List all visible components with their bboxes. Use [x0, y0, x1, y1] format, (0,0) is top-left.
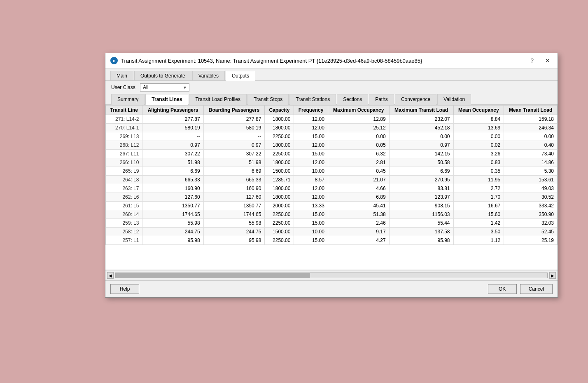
- scroll-left-button[interactable]: ◀: [107, 272, 114, 279]
- table-cell: 2250.00: [265, 132, 294, 141]
- title-close-button[interactable]: ✕: [543, 56, 553, 65]
- table-cell: 261: L5: [106, 202, 142, 210]
- table-cell: 265: L9: [106, 167, 142, 176]
- table-cell: 12.00: [294, 124, 328, 132]
- footer-left: Help: [110, 284, 139, 294]
- table-cell: 12.00: [294, 158, 328, 167]
- table-cell: 73.40: [504, 150, 558, 158]
- table-cell: 1.70: [453, 193, 504, 202]
- table-cell: 1156.03: [389, 210, 453, 219]
- table-cell: 160.90: [203, 184, 265, 193]
- dialog-title: Transit Assignment Experiment: 10543, Na…: [121, 58, 422, 64]
- table-cell: 1800.00: [265, 124, 294, 132]
- table-cell: 127.60: [203, 193, 265, 202]
- table-cell: 49.03: [504, 184, 558, 193]
- sub-tab-transit-load-profiles[interactable]: Transit Load Profiles: [189, 94, 247, 105]
- table-cell: 2250.00: [265, 236, 294, 245]
- table-cell: 13.33: [294, 202, 328, 210]
- column-header: Transit Line: [106, 106, 142, 115]
- table-cell: 32.03: [504, 219, 558, 228]
- table-cell: 257: L1: [106, 236, 142, 245]
- table-cell: 270: L14-1: [106, 124, 142, 132]
- table-cell: 95.98: [203, 236, 265, 245]
- column-header: Capacity: [265, 106, 294, 115]
- table-cell: 50.58: [389, 158, 453, 167]
- table-cell: 266: L10: [106, 158, 142, 167]
- table-cell: 0.02: [453, 141, 504, 150]
- table-cell: 25.19: [504, 236, 558, 245]
- table-cell: 55.98: [142, 219, 203, 228]
- table-cell: 15.00: [294, 236, 328, 245]
- table-row: 271: L14-2277.87277.871800.0012.0012.892…: [106, 115, 558, 124]
- scroll-right-button[interactable]: ▶: [549, 272, 556, 279]
- scroll-thumb[interactable]: [116, 273, 310, 278]
- table-cell: 95.98: [389, 236, 453, 245]
- table-cell: 259: L3: [106, 219, 142, 228]
- table-cell: 0.00: [389, 132, 453, 141]
- title-help-button[interactable]: ?: [528, 56, 536, 65]
- table-cell: 260: L4: [106, 210, 142, 219]
- sub-tab-transit-stops[interactable]: Transit Stops: [247, 94, 289, 105]
- sub-tab-validation[interactable]: Validation: [437, 94, 471, 105]
- scroll-track[interactable]: [115, 273, 548, 278]
- table-cell: 14.86: [504, 158, 558, 167]
- table-cell: 2250.00: [265, 210, 294, 219]
- table-cell: 6.32: [328, 150, 389, 158]
- table-cell: 1.42: [453, 219, 504, 228]
- table-cell: 83.81: [389, 184, 453, 193]
- sub-tab-summary[interactable]: Summary: [111, 94, 145, 105]
- table-cell: --: [203, 132, 265, 141]
- table-cell: 30.52: [504, 193, 558, 202]
- table-cell: 2000.00: [265, 202, 294, 210]
- tab-variables[interactable]: Variables: [192, 71, 225, 80]
- sub-tab-paths[interactable]: Paths: [369, 94, 394, 105]
- table-row: 264: L8665.33665.331285.718.5721.07270.9…: [106, 176, 558, 184]
- table-container[interactable]: Transit LineAlighting PassengersBoarding…: [105, 105, 558, 270]
- table-cell: 1350.77: [142, 202, 203, 210]
- sub-tab-transit-stations[interactable]: Transit Stations: [289, 94, 336, 105]
- table-cell: 333.42: [504, 202, 558, 210]
- table-cell: 0.97: [203, 141, 265, 150]
- tab-outputs[interactable]: Outputs: [226, 71, 255, 81]
- table-cell: 0.83: [453, 158, 504, 167]
- table-cell: 269: L13: [106, 132, 142, 141]
- table-row: 257: L195.9895.982250.0015.004.2795.981.…: [106, 236, 558, 245]
- table-cell: 1350.77: [203, 202, 265, 210]
- table-row: 265: L96.696.691500.0010.000.456.690.355…: [106, 167, 558, 176]
- table-cell: 15.00: [294, 132, 328, 141]
- table-cell: 8.57: [294, 176, 328, 184]
- table-cell: 232.07: [389, 115, 453, 124]
- table-cell: 12.00: [294, 141, 328, 150]
- table-cell: 3.50: [453, 228, 504, 236]
- dialog-title-left: n Transit Assignment Experiment: 10543, …: [110, 57, 422, 64]
- table-cell: 1500.00: [265, 167, 294, 176]
- table-cell: 0.45: [328, 167, 389, 176]
- cancel-button[interactable]: Cancel: [520, 284, 553, 294]
- sub-tab-convergence[interactable]: Convergence: [395, 94, 436, 105]
- table-cell: 127.60: [142, 193, 203, 202]
- user-class-select[interactable]: All: [140, 83, 189, 92]
- table-cell: 15.00: [294, 150, 328, 158]
- ok-button[interactable]: OK: [488, 284, 517, 294]
- table-cell: 4.27: [328, 236, 389, 245]
- help-button[interactable]: Help: [110, 284, 139, 294]
- dialog: n Transit Assignment Experiment: 10543, …: [105, 53, 558, 298]
- dialog-titlebar: n Transit Assignment Experiment: 10543, …: [105, 53, 558, 68]
- table-cell: 267: L11: [106, 150, 142, 158]
- column-header: Mean Occupancy: [453, 106, 504, 115]
- tab-outputs-to-generate[interactable]: Outputs to Generate: [134, 71, 191, 80]
- sub-tab-sections[interactable]: Sections: [337, 94, 368, 105]
- sub-tab-transit-lines[interactable]: Transit Lines: [145, 94, 188, 105]
- table-cell: 51.98: [203, 158, 265, 167]
- table-cell: 2.81: [328, 158, 389, 167]
- table-cell: 1500.00: [265, 228, 294, 236]
- table-cell: 307.22: [203, 150, 265, 158]
- table-cell: 580.19: [203, 124, 265, 132]
- table-cell: 258: L2: [106, 228, 142, 236]
- table-cell: 1800.00: [265, 184, 294, 193]
- table-cell: 51.98: [142, 158, 203, 167]
- table-cell: 153.61: [504, 176, 558, 184]
- tab-main[interactable]: Main: [110, 71, 133, 80]
- column-header: Mean Transit Load: [504, 106, 558, 115]
- table-cell: 1.12: [453, 236, 504, 245]
